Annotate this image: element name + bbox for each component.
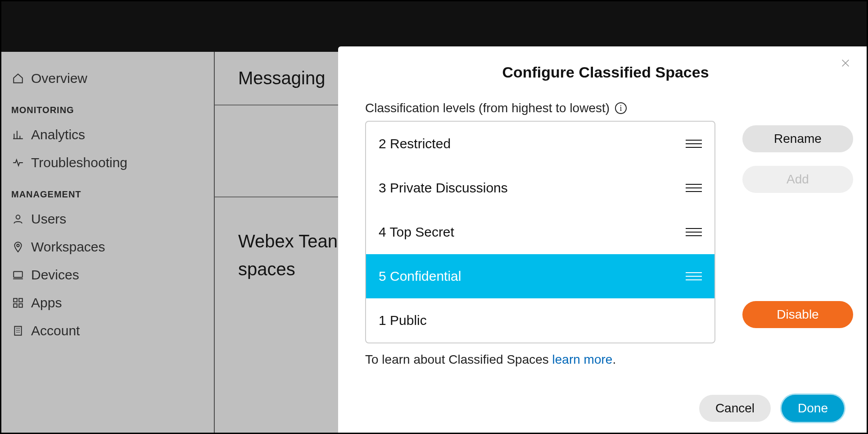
modal-title: Configure Classified Spaces [365,64,846,81]
classification-level-label: 3 Private Discussions [379,180,508,196]
classification-help-text: To learn about Classified Spaces learn m… [365,352,715,367]
classification-levels-list: 2 Restricted 3 Private Discussions 4 Top… [365,121,715,343]
classification-level-item[interactable]: 3 Private Discussions [366,166,714,210]
classification-levels-label: Classification levels (from highest to l… [365,101,715,115]
drag-handle-icon[interactable] [686,140,702,148]
classification-levels-label-text: Classification levels (from highest to l… [365,101,610,115]
drag-handle-icon[interactable] [686,228,702,236]
close-icon[interactable] [839,56,852,70]
cancel-button[interactable]: Cancel [699,395,771,422]
classification-level-label: 1 Public [379,313,427,328]
info-icon[interactable]: i [615,102,627,114]
help-suffix: . [612,352,616,366]
drag-handle-icon[interactable] [686,184,702,192]
done-button[interactable]: Done [782,395,844,422]
classification-level-item[interactable]: 1 Public [366,298,714,343]
classification-level-label: 5 Confidential [379,269,461,284]
classification-level-item-selected[interactable]: 5 Confidential [366,254,714,298]
configure-classified-spaces-modal: Configure Classified Spaces Classificati… [338,46,867,433]
top-bar [1,1,867,52]
disable-button[interactable]: Disable [742,301,853,328]
classification-level-label: 4 Top Secret [379,224,454,240]
add-button: Add [742,166,853,193]
classification-level-item[interactable]: 2 Restricted [366,122,714,166]
drag-handle-icon[interactable] [686,272,702,280]
help-prefix: To learn about Classified Spaces [365,352,552,366]
classification-level-label: 2 Restricted [379,136,451,151]
classification-level-item[interactable]: 4 Top Secret [366,210,714,254]
rename-button[interactable]: Rename [742,125,853,152]
learn-more-link[interactable]: learn more [552,352,613,366]
